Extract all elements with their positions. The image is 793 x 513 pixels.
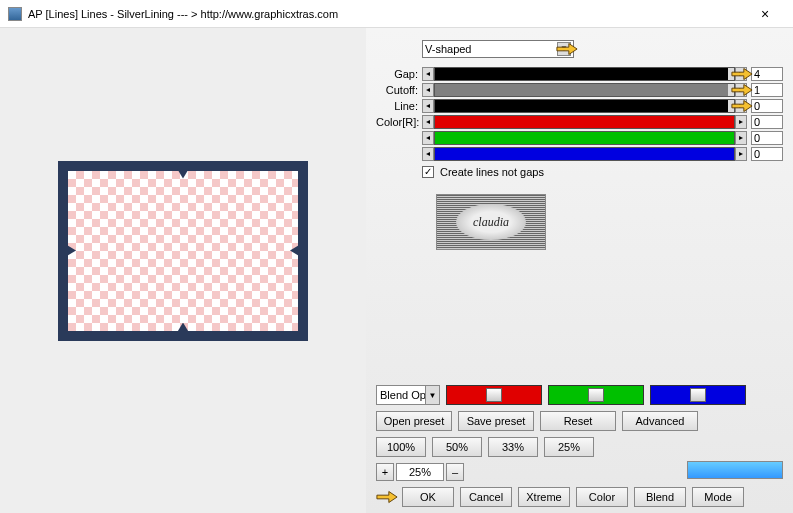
- zoom-50-button[interactable]: 50%: [432, 437, 482, 457]
- xtreme-button[interactable]: Xtreme: [518, 487, 570, 507]
- r-value[interactable]: 0: [751, 115, 783, 129]
- mode-button[interactable]: Mode: [692, 487, 744, 507]
- preview-pane: [0, 28, 366, 513]
- controls-pane: V-shaped ▼ Gap: ◂ ▸ 4 Cutoff: ◂: [366, 28, 793, 513]
- slider-gap: Gap: ◂ ▸ 4: [376, 66, 783, 82]
- b-track[interactable]: [434, 147, 735, 161]
- chevron-down-icon[interactable]: ▼: [425, 386, 439, 404]
- blend-button[interactable]: Blend: [634, 487, 686, 507]
- ok-button[interactable]: OK: [402, 487, 454, 507]
- zoom-out-button[interactable]: –: [446, 463, 464, 481]
- pointer-hand-icon: [731, 66, 753, 82]
- gap-value[interactable]: 4: [751, 67, 783, 81]
- shape-dropdown[interactable]: V-shaped ▼: [422, 40, 574, 58]
- g-value[interactable]: 0: [751, 131, 783, 145]
- line-decrement[interactable]: ◂: [422, 99, 434, 113]
- slider-color-b: ◂ ▸ 0: [376, 146, 783, 162]
- close-button[interactable]: ×: [745, 3, 785, 25]
- zoom-in-button[interactable]: +: [376, 463, 394, 481]
- preview-image[interactable]: [58, 161, 308, 341]
- reset-button[interactable]: Reset: [540, 411, 616, 431]
- open-preset-button[interactable]: Open preset: [376, 411, 452, 431]
- cutoff-track[interactable]: [434, 83, 735, 97]
- zoom-25-button[interactable]: 25%: [544, 437, 594, 457]
- r-increment[interactable]: ▸: [735, 115, 747, 129]
- color-button[interactable]: Color: [576, 487, 628, 507]
- pointer-hand-icon: [731, 82, 753, 98]
- create-lines-checkbox[interactable]: ✓: [422, 166, 434, 178]
- pointer-hand-icon: [376, 489, 398, 505]
- slider-line: Line: ◂ ▸ 0: [376, 98, 783, 114]
- blend-slider-b[interactable]: [650, 385, 746, 405]
- create-lines-label: Create lines not gaps: [440, 166, 544, 178]
- zoom-33-button[interactable]: 33%: [488, 437, 538, 457]
- blend-options-dropdown[interactable]: Blend Optio ▼: [376, 385, 440, 405]
- b-decrement[interactable]: ◂: [422, 147, 434, 161]
- progress-bar: [687, 461, 783, 479]
- zoom-value[interactable]: 25%: [396, 463, 444, 481]
- slider-thumb[interactable]: [690, 388, 706, 402]
- b-value[interactable]: 0: [751, 147, 783, 161]
- line-value[interactable]: 0: [751, 99, 783, 113]
- brand-logo-text: claudia: [456, 204, 526, 240]
- line-track[interactable]: [434, 99, 735, 113]
- window-title: AP [Lines] Lines - SilverLining --- > ht…: [28, 8, 745, 20]
- g-increment[interactable]: ▸: [735, 131, 747, 145]
- pointer-hand-icon: [731, 98, 753, 114]
- brand-logo: claudia: [436, 194, 546, 250]
- save-preset-button[interactable]: Save preset: [458, 411, 534, 431]
- gap-track[interactable]: [434, 67, 735, 81]
- titlebar: AP [Lines] Lines - SilverLining --- > ht…: [0, 0, 793, 28]
- cutoff-value[interactable]: 1: [751, 83, 783, 97]
- cutoff-decrement[interactable]: ◂: [422, 83, 434, 97]
- advanced-button[interactable]: Advanced: [622, 411, 698, 431]
- slider-cutoff: Cutoff: ◂ ▸ 1: [376, 82, 783, 98]
- r-track[interactable]: [434, 115, 735, 129]
- b-increment[interactable]: ▸: [735, 147, 747, 161]
- g-decrement[interactable]: ◂: [422, 131, 434, 145]
- shape-value: V-shaped: [425, 43, 471, 55]
- pointer-hand-icon: [556, 41, 578, 57]
- slider-thumb[interactable]: [588, 388, 604, 402]
- g-track[interactable]: [434, 131, 735, 145]
- cancel-button[interactable]: Cancel: [460, 487, 512, 507]
- gap-decrement[interactable]: ◂: [422, 67, 434, 81]
- zoom-100-button[interactable]: 100%: [376, 437, 426, 457]
- r-decrement[interactable]: ◂: [422, 115, 434, 129]
- slider-color-g: ◂ ▸ 0: [376, 130, 783, 146]
- slider-thumb[interactable]: [486, 388, 502, 402]
- app-icon: [8, 7, 22, 21]
- create-lines-checkbox-row: ✓ Create lines not gaps: [422, 166, 783, 178]
- blend-slider-r[interactable]: [446, 385, 542, 405]
- slider-color-r: Color[R]: ◂ ▸ 0: [376, 114, 783, 130]
- blend-slider-g[interactable]: [548, 385, 644, 405]
